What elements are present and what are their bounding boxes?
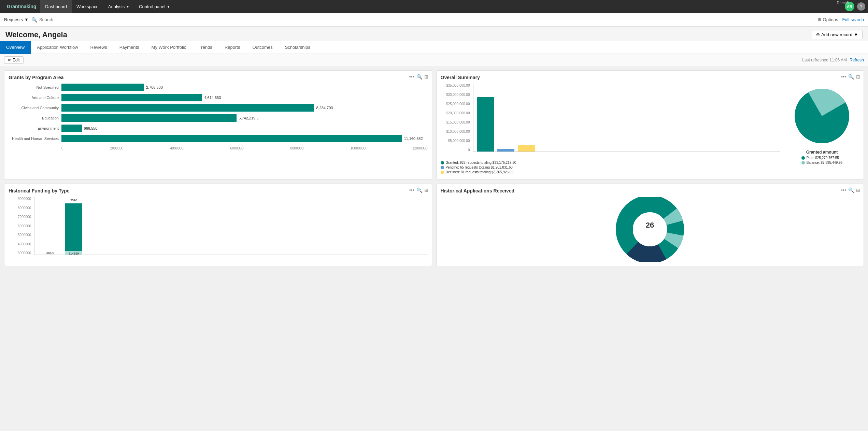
- hfund-search-icon[interactable]: 🔍: [416, 187, 422, 193]
- legend-label-balance: Balance: $7,895,449.95: [807, 161, 843, 164]
- search-input[interactable]: [39, 17, 108, 22]
- hfund-grid-icon[interactable]: ⊞: [424, 187, 428, 193]
- hfund-chart-controls: ••• 🔍 ⊞: [409, 187, 428, 193]
- happs-search-icon[interactable]: 🔍: [848, 187, 854, 193]
- hbar-label: Environment: [9, 126, 61, 130]
- hbar-label: Education: [9, 116, 61, 120]
- hfund-bar-col2: 3590 314599: [65, 203, 82, 255]
- edit-label: Edit: [13, 58, 20, 62]
- hbar-row: Arts and Culture 4,614,663: [9, 94, 428, 101]
- add-record-button[interactable]: ⊕ Add new record ▼: [812, 30, 863, 39]
- legend-label-granted: Granted: 927 requests totaling $33,175,2…: [446, 161, 516, 164]
- grants-chart-controls: ••• 🔍 ⊞: [409, 74, 428, 80]
- search-input-wrap: 🔍: [31, 17, 815, 23]
- options-button[interactable]: ⚙ Options: [817, 17, 838, 22]
- grants-by-program-card: Grants by Program Area ••• 🔍 ⊞ Not Speci…: [4, 70, 432, 179]
- edit-bar: ✏ Edit Last refreshed 11:06 AM Refresh: [0, 54, 868, 66]
- hfund-chart-area: 9000000 8000000 7000000 6000000 5000000 …: [9, 197, 428, 262]
- hbar-track: 5,742,219.5: [61, 114, 428, 122]
- tab-scholarships[interactable]: Scholarships: [279, 41, 316, 54]
- tab-trends[interactable]: Trends: [193, 41, 218, 54]
- hbar-fill: [61, 84, 144, 91]
- hbar-x-label: 2000000: [110, 146, 124, 150]
- overall-bar-section: $35,000,000.00 $30,000,000.00 $25,000,00…: [441, 84, 781, 175]
- tab-payments[interactable]: Payments: [113, 41, 145, 54]
- hfund-bar-value2: 314599: [69, 252, 79, 255]
- options-label: Options: [823, 17, 838, 22]
- legend-dot-balance: [801, 161, 805, 164]
- overall-more-button[interactable]: •••: [841, 74, 846, 80]
- historical-funding-title: Historical Funding by Type: [9, 188, 428, 193]
- happs-more-button[interactable]: •••: [841, 187, 846, 193]
- analysis-caret: ▼: [126, 5, 129, 9]
- hfund-more-button[interactable]: •••: [409, 187, 414, 193]
- legend-dot-declined: [441, 171, 444, 174]
- happs-grid-icon[interactable]: ⊞: [856, 187, 860, 193]
- grants-more-button[interactable]: •••: [409, 74, 414, 80]
- nav-dashboard[interactable]: Dashboard: [40, 0, 72, 13]
- vbar-pending: [497, 149, 514, 152]
- nav-analysis[interactable]: Analysis ▼: [103, 0, 134, 13]
- gear-icon: ⚙: [817, 17, 822, 22]
- happs-chart-controls: ••• 🔍 ⊞: [841, 187, 860, 193]
- hbar-x-label: 10000000: [350, 146, 366, 150]
- search-bar: Requests ▼ 🔍 ⚙ Options Full search: [0, 13, 868, 27]
- tab-my-work-portfolio[interactable]: My Work Portfolio: [145, 41, 193, 54]
- overall-grid-icon[interactable]: ⊞: [856, 74, 860, 80]
- edit-button[interactable]: ✏ Edit: [4, 56, 24, 64]
- hbar-value: 5,742,219.5: [239, 116, 258, 120]
- overall-vbar-area: $35,000,000.00 $30,000,000.00 $25,000,00…: [441, 84, 781, 159]
- vbar-col-granted: [477, 97, 494, 152]
- y-label-5: $10,000,000.00: [441, 130, 470, 133]
- full-search-button[interactable]: Full search: [842, 17, 864, 22]
- grants-search-icon[interactable]: 🔍: [416, 74, 422, 80]
- legend-granted: Granted: 927 requests totaling $33,175,2…: [441, 161, 781, 164]
- y-label-3: $20,000,000.00: [441, 111, 470, 115]
- hbar-axis: 0200000040000006000000800000010000000120…: [61, 145, 428, 150]
- donut-center-label: 26: [646, 221, 654, 229]
- hbar-fill: [61, 125, 82, 132]
- hbar-track: 8,284,703: [61, 104, 428, 112]
- refresh-button[interactable]: Refresh: [850, 58, 864, 62]
- tab-application-workflow[interactable]: Application Workflow: [31, 41, 84, 54]
- brand-logo[interactable]: Grantmaking: [3, 4, 40, 9]
- pie-chart-title: Granted amount: [806, 150, 838, 155]
- hbar-value: 8,284,703: [316, 106, 333, 110]
- hbar-fill: [61, 114, 237, 122]
- hbar-label: Civics and Community: [9, 106, 61, 110]
- tab-outcomes[interactable]: Outcomes: [246, 41, 279, 54]
- help-button[interactable]: ?: [857, 2, 865, 11]
- legend-label-declined: Declined: 81 requests totaling $3,365,92…: [446, 170, 513, 174]
- dashboard-grid: Grants by Program Area ••• 🔍 ⊞ Not Speci…: [0, 66, 868, 270]
- hbar-track: 666,550: [61, 125, 428, 132]
- grants-grid-icon[interactable]: ⊞: [424, 74, 428, 80]
- overall-summary-content: $35,000,000.00 $30,000,000.00 $25,000,00…: [441, 84, 860, 175]
- hbar-label: Arts and Culture: [9, 96, 61, 100]
- pie-chart-svg: [789, 84, 854, 148]
- hbar-value: 2,706,500: [146, 85, 163, 89]
- pencil-icon: ✏: [8, 58, 11, 62]
- overall-search-icon[interactable]: 🔍: [848, 74, 854, 80]
- hbar-track: 4,614,663: [61, 94, 428, 101]
- donut-wrapper: 26: [441, 197, 860, 262]
- nav-workspace[interactable]: Workspace: [72, 0, 103, 13]
- nav-control-panel[interactable]: Control panel ▼: [134, 0, 175, 13]
- hbar-track: 2,706,500: [61, 84, 428, 91]
- welcome-section: Welcome, Angela ⊕ Add new record ▼: [0, 27, 868, 41]
- tab-overview[interactable]: Overview: [0, 41, 31, 54]
- tab-reviews[interactable]: Reviews: [84, 41, 113, 54]
- legend-dot-granted: [441, 161, 444, 164]
- hfund-bar-value: 3590: [70, 199, 77, 202]
- top-navigation: Grantmaking Dashboard Workspace Analysis…: [0, 0, 868, 13]
- hbar-label: Health and Human Services: [9, 137, 61, 141]
- hbar-x-label: 8000000: [290, 146, 304, 150]
- hbar-track: 11,160,582: [61, 135, 428, 142]
- hbar-fill: [61, 135, 402, 142]
- vbar-granted: [477, 97, 494, 152]
- requests-button[interactable]: Requests ▼: [4, 17, 29, 22]
- hbar-fill: [61, 104, 314, 112]
- y-label-6: $5,000,000.00: [441, 139, 470, 143]
- welcome-title: Welcome, Angela: [5, 30, 67, 39]
- hbar-row: Civics and Community 8,284,703: [9, 104, 428, 112]
- tab-reports[interactable]: Reports: [218, 41, 246, 54]
